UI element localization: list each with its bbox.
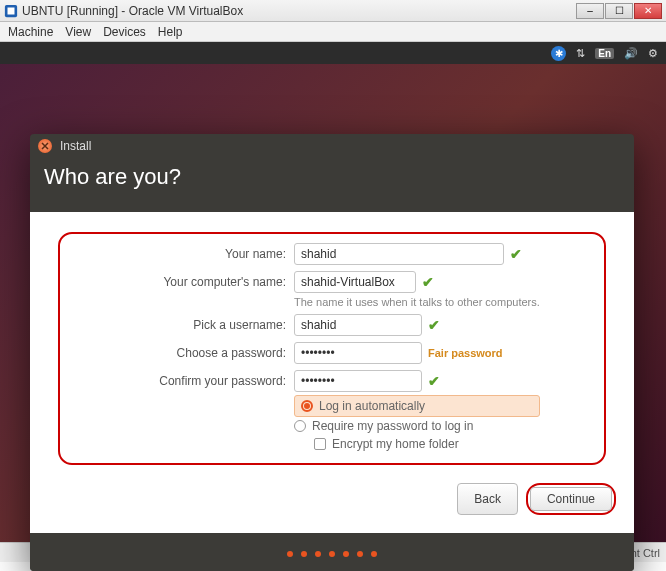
installer-window: Install Who are you? Your name: ✔ Your c…: [30, 134, 634, 571]
input-confirm-password[interactable]: [294, 370, 422, 392]
window-controls: – ☐ ✕: [576, 3, 662, 19]
accessibility-icon[interactable]: ✱: [551, 46, 566, 61]
row-computer-name: Your computer's name: ✔: [64, 268, 600, 296]
keyboard-layout-indicator[interactable]: En: [595, 48, 614, 59]
window-title: UBNTU [Running] - Oracle VM VirtualBox: [22, 4, 576, 18]
row-password: Choose a password: Fair password: [64, 339, 600, 367]
check-icon: ✔: [428, 317, 440, 333]
installer-title: Install: [60, 139, 91, 153]
radio-empty-icon: [294, 420, 306, 432]
menu-help[interactable]: Help: [158, 25, 183, 39]
sound-icon[interactable]: 🔊: [624, 47, 638, 60]
virtualbox-icon: [4, 4, 18, 18]
ubuntu-top-panel: ✱ ⇅ En 🔊 ⚙: [0, 42, 666, 64]
gear-icon[interactable]: ⚙: [648, 47, 658, 60]
installer-body: Your name: ✔ Your computer's name: ✔ The…: [30, 212, 634, 533]
row-confirm: Confirm your password: ✔: [64, 367, 600, 395]
radio-selected-icon: [301, 400, 313, 412]
continue-annotation: Continue: [526, 483, 616, 515]
radio-auto-login[interactable]: Log in automatically: [294, 395, 540, 417]
checkbox-empty-icon: [314, 438, 326, 450]
back-button[interactable]: Back: [457, 483, 518, 515]
label-password: Choose a password:: [64, 346, 294, 360]
menu-devices[interactable]: Devices: [103, 25, 146, 39]
button-row: Back Continue: [30, 469, 634, 515]
input-your-name[interactable]: [294, 243, 504, 265]
label-auto-login: Log in automatically: [319, 399, 425, 413]
input-computer-name[interactable]: [294, 271, 416, 293]
row-your-name: Your name: ✔: [64, 240, 600, 268]
label-username: Pick a username:: [64, 318, 294, 332]
check-icon: ✔: [428, 373, 440, 389]
form-annotation: Your name: ✔ Your computer's name: ✔ The…: [58, 232, 606, 465]
label-confirm: Confirm your password:: [64, 374, 294, 388]
menu-view[interactable]: View: [65, 25, 91, 39]
label-computer-name: Your computer's name:: [64, 275, 294, 289]
label-require-pw: Require my password to log in: [312, 419, 473, 433]
label-your-name: Your name:: [64, 247, 294, 261]
host-window-titlebar: UBNTU [Running] - Oracle VM VirtualBox –…: [0, 0, 666, 22]
close-button[interactable]: ✕: [634, 3, 662, 19]
check-icon: ✔: [422, 274, 434, 290]
network-icon[interactable]: ⇅: [576, 47, 585, 60]
installer-heading: Who are you?: [30, 158, 634, 212]
menu-machine[interactable]: Machine: [8, 25, 53, 39]
label-encrypt: Encrypt my home folder: [332, 437, 459, 451]
guest-display: ✱ ⇅ En 🔊 ⚙ Install Who are you? Your nam…: [0, 42, 666, 542]
svg-rect-1: [8, 7, 15, 14]
progress-dots: [30, 533, 634, 571]
hint-computer-name: The name it uses when it talks to other …: [294, 296, 600, 311]
row-username: Pick a username: ✔: [64, 311, 600, 339]
minimize-button[interactable]: –: [576, 3, 604, 19]
input-username[interactable]: [294, 314, 422, 336]
radio-require-password[interactable]: Require my password to log in: [294, 417, 600, 435]
maximize-button[interactable]: ☐: [605, 3, 633, 19]
host-menubar: Machine View Devices Help: [0, 22, 666, 42]
check-icon: ✔: [510, 246, 522, 262]
installer-close-icon[interactable]: [38, 139, 52, 153]
password-strength: Fair password: [428, 347, 503, 359]
checkbox-encrypt-home[interactable]: Encrypt my home folder: [314, 435, 600, 453]
continue-button[interactable]: Continue: [530, 487, 612, 511]
input-password[interactable]: [294, 342, 422, 364]
installer-titlebar: Install: [30, 134, 634, 158]
